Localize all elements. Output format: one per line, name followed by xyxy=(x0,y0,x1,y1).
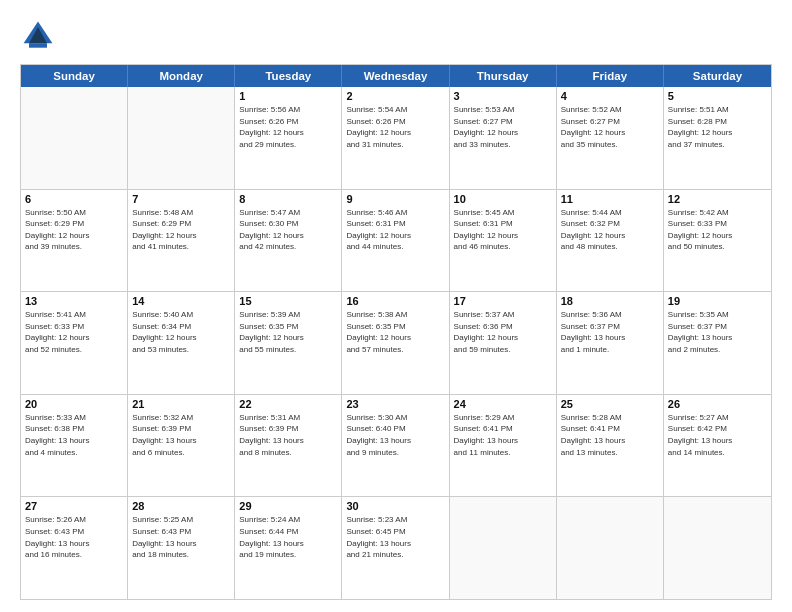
day-info: Sunrise: 5:36 AM Sunset: 6:37 PM Dayligh… xyxy=(561,309,659,355)
day-info: Sunrise: 5:28 AM Sunset: 6:41 PM Dayligh… xyxy=(561,412,659,458)
day-info: Sunrise: 5:40 AM Sunset: 6:34 PM Dayligh… xyxy=(132,309,230,355)
day-info: Sunrise: 5:39 AM Sunset: 6:35 PM Dayligh… xyxy=(239,309,337,355)
day-number: 10 xyxy=(454,193,552,205)
cal-header-wednesday: Wednesday xyxy=(342,65,449,87)
day-info: Sunrise: 5:32 AM Sunset: 6:39 PM Dayligh… xyxy=(132,412,230,458)
calendar: SundayMondayTuesdayWednesdayThursdayFrid… xyxy=(20,64,772,600)
cal-day-15: 15Sunrise: 5:39 AM Sunset: 6:35 PM Dayli… xyxy=(235,292,342,394)
day-number: 27 xyxy=(25,500,123,512)
day-info: Sunrise: 5:24 AM Sunset: 6:44 PM Dayligh… xyxy=(239,514,337,560)
cal-header-friday: Friday xyxy=(557,65,664,87)
day-info: Sunrise: 5:50 AM Sunset: 6:29 PM Dayligh… xyxy=(25,207,123,253)
cal-day-26: 26Sunrise: 5:27 AM Sunset: 6:42 PM Dayli… xyxy=(664,395,771,497)
day-info: Sunrise: 5:38 AM Sunset: 6:35 PM Dayligh… xyxy=(346,309,444,355)
cal-header-sunday: Sunday xyxy=(21,65,128,87)
day-info: Sunrise: 5:25 AM Sunset: 6:43 PM Dayligh… xyxy=(132,514,230,560)
cal-week-4: 20Sunrise: 5:33 AM Sunset: 6:38 PM Dayli… xyxy=(21,395,771,498)
cal-header-monday: Monday xyxy=(128,65,235,87)
day-info: Sunrise: 5:29 AM Sunset: 6:41 PM Dayligh… xyxy=(454,412,552,458)
cal-day-empty xyxy=(557,497,664,599)
day-info: Sunrise: 5:30 AM Sunset: 6:40 PM Dayligh… xyxy=(346,412,444,458)
day-info: Sunrise: 5:44 AM Sunset: 6:32 PM Dayligh… xyxy=(561,207,659,253)
cal-day-24: 24Sunrise: 5:29 AM Sunset: 6:41 PM Dayli… xyxy=(450,395,557,497)
cal-day-10: 10Sunrise: 5:45 AM Sunset: 6:31 PM Dayli… xyxy=(450,190,557,292)
cal-day-23: 23Sunrise: 5:30 AM Sunset: 6:40 PM Dayli… xyxy=(342,395,449,497)
logo xyxy=(20,18,60,54)
cal-week-5: 27Sunrise: 5:26 AM Sunset: 6:43 PM Dayli… xyxy=(21,497,771,599)
day-info: Sunrise: 5:56 AM Sunset: 6:26 PM Dayligh… xyxy=(239,104,337,150)
day-number: 20 xyxy=(25,398,123,410)
day-number: 18 xyxy=(561,295,659,307)
day-info: Sunrise: 5:23 AM Sunset: 6:45 PM Dayligh… xyxy=(346,514,444,560)
day-number: 13 xyxy=(25,295,123,307)
day-number: 4 xyxy=(561,90,659,102)
day-info: Sunrise: 5:52 AM Sunset: 6:27 PM Dayligh… xyxy=(561,104,659,150)
cal-day-8: 8Sunrise: 5:47 AM Sunset: 6:30 PM Daylig… xyxy=(235,190,342,292)
day-number: 17 xyxy=(454,295,552,307)
cal-day-27: 27Sunrise: 5:26 AM Sunset: 6:43 PM Dayli… xyxy=(21,497,128,599)
cal-day-12: 12Sunrise: 5:42 AM Sunset: 6:33 PM Dayli… xyxy=(664,190,771,292)
day-info: Sunrise: 5:31 AM Sunset: 6:39 PM Dayligh… xyxy=(239,412,337,458)
day-number: 3 xyxy=(454,90,552,102)
day-number: 6 xyxy=(25,193,123,205)
cal-day-13: 13Sunrise: 5:41 AM Sunset: 6:33 PM Dayli… xyxy=(21,292,128,394)
day-number: 24 xyxy=(454,398,552,410)
cal-day-7: 7Sunrise: 5:48 AM Sunset: 6:29 PM Daylig… xyxy=(128,190,235,292)
cal-day-17: 17Sunrise: 5:37 AM Sunset: 6:36 PM Dayli… xyxy=(450,292,557,394)
day-number: 15 xyxy=(239,295,337,307)
day-number: 7 xyxy=(132,193,230,205)
cal-week-1: 1Sunrise: 5:56 AM Sunset: 6:26 PM Daylig… xyxy=(21,87,771,190)
cal-day-9: 9Sunrise: 5:46 AM Sunset: 6:31 PM Daylig… xyxy=(342,190,449,292)
cal-header-saturday: Saturday xyxy=(664,65,771,87)
cal-day-1: 1Sunrise: 5:56 AM Sunset: 6:26 PM Daylig… xyxy=(235,87,342,189)
cal-day-30: 30Sunrise: 5:23 AM Sunset: 6:45 PM Dayli… xyxy=(342,497,449,599)
calendar-header-row: SundayMondayTuesdayWednesdayThursdayFrid… xyxy=(21,65,771,87)
cal-day-16: 16Sunrise: 5:38 AM Sunset: 6:35 PM Dayli… xyxy=(342,292,449,394)
day-info: Sunrise: 5:35 AM Sunset: 6:37 PM Dayligh… xyxy=(668,309,767,355)
day-number: 22 xyxy=(239,398,337,410)
day-info: Sunrise: 5:41 AM Sunset: 6:33 PM Dayligh… xyxy=(25,309,123,355)
day-info: Sunrise: 5:42 AM Sunset: 6:33 PM Dayligh… xyxy=(668,207,767,253)
cal-day-3: 3Sunrise: 5:53 AM Sunset: 6:27 PM Daylig… xyxy=(450,87,557,189)
cal-week-3: 13Sunrise: 5:41 AM Sunset: 6:33 PM Dayli… xyxy=(21,292,771,395)
cal-day-4: 4Sunrise: 5:52 AM Sunset: 6:27 PM Daylig… xyxy=(557,87,664,189)
cal-day-25: 25Sunrise: 5:28 AM Sunset: 6:41 PM Dayli… xyxy=(557,395,664,497)
cal-day-empty xyxy=(21,87,128,189)
day-info: Sunrise: 5:33 AM Sunset: 6:38 PM Dayligh… xyxy=(25,412,123,458)
day-number: 21 xyxy=(132,398,230,410)
day-number: 25 xyxy=(561,398,659,410)
day-info: Sunrise: 5:47 AM Sunset: 6:30 PM Dayligh… xyxy=(239,207,337,253)
day-info: Sunrise: 5:48 AM Sunset: 6:29 PM Dayligh… xyxy=(132,207,230,253)
page: SundayMondayTuesdayWednesdayThursdayFrid… xyxy=(0,0,792,612)
day-number: 19 xyxy=(668,295,767,307)
day-number: 29 xyxy=(239,500,337,512)
header xyxy=(20,18,772,54)
day-number: 30 xyxy=(346,500,444,512)
day-number: 5 xyxy=(668,90,767,102)
cal-header-thursday: Thursday xyxy=(450,65,557,87)
day-info: Sunrise: 5:37 AM Sunset: 6:36 PM Dayligh… xyxy=(454,309,552,355)
day-number: 28 xyxy=(132,500,230,512)
cal-day-6: 6Sunrise: 5:50 AM Sunset: 6:29 PM Daylig… xyxy=(21,190,128,292)
calendar-body: 1Sunrise: 5:56 AM Sunset: 6:26 PM Daylig… xyxy=(21,87,771,599)
svg-rect-2 xyxy=(29,43,47,48)
day-number: 23 xyxy=(346,398,444,410)
cal-day-5: 5Sunrise: 5:51 AM Sunset: 6:28 PM Daylig… xyxy=(664,87,771,189)
cal-day-11: 11Sunrise: 5:44 AM Sunset: 6:32 PM Dayli… xyxy=(557,190,664,292)
cal-header-tuesday: Tuesday xyxy=(235,65,342,87)
day-info: Sunrise: 5:46 AM Sunset: 6:31 PM Dayligh… xyxy=(346,207,444,253)
cal-day-empty xyxy=(664,497,771,599)
cal-day-14: 14Sunrise: 5:40 AM Sunset: 6:34 PM Dayli… xyxy=(128,292,235,394)
cal-day-empty xyxy=(450,497,557,599)
day-number: 2 xyxy=(346,90,444,102)
logo-icon xyxy=(20,18,56,54)
day-info: Sunrise: 5:51 AM Sunset: 6:28 PM Dayligh… xyxy=(668,104,767,150)
day-info: Sunrise: 5:54 AM Sunset: 6:26 PM Dayligh… xyxy=(346,104,444,150)
day-number: 1 xyxy=(239,90,337,102)
day-number: 26 xyxy=(668,398,767,410)
cal-day-2: 2Sunrise: 5:54 AM Sunset: 6:26 PM Daylig… xyxy=(342,87,449,189)
day-info: Sunrise: 5:27 AM Sunset: 6:42 PM Dayligh… xyxy=(668,412,767,458)
cal-day-22: 22Sunrise: 5:31 AM Sunset: 6:39 PM Dayli… xyxy=(235,395,342,497)
day-info: Sunrise: 5:53 AM Sunset: 6:27 PM Dayligh… xyxy=(454,104,552,150)
cal-day-empty xyxy=(128,87,235,189)
